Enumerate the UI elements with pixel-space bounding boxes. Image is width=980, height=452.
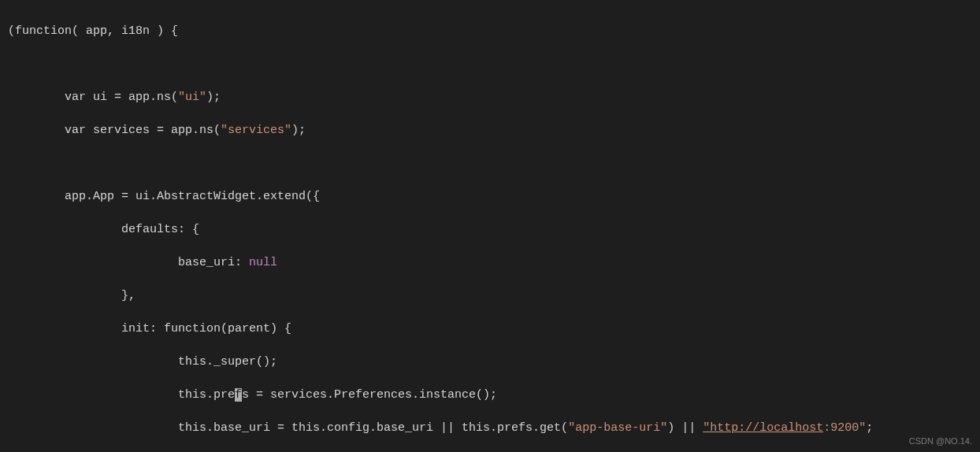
code-editor[interactable]: (function( app, i18n ) { var ui = app.ns… (8, 6, 972, 452)
code-line (8, 56, 972, 72)
code-line: defaults: { (8, 221, 972, 238)
code-line (8, 155, 972, 172)
code-line: app.App = ui.AbstractWidget.extend({ (8, 188, 972, 205)
code-line: }, (8, 287, 972, 304)
text-cursor: f (235, 388, 242, 402)
code-line: base_uri: null (8, 254, 972, 271)
code-line: this.base_uri = this.config.base_uri || … (8, 420, 972, 436)
code-line: var services = app.ns("services"); (8, 122, 972, 139)
code-line: init: function(parent) { (8, 320, 972, 337)
code-line: var ui = app.ns("ui"); (8, 89, 972, 106)
code-line: this.prefs = services.Preferences.instan… (8, 387, 972, 403)
watermark-text: CSDN @NO.14. (909, 435, 972, 447)
code-line: (function( app, i18n ) { (8, 23, 972, 39)
code-line: this._super(); (8, 354, 972, 370)
